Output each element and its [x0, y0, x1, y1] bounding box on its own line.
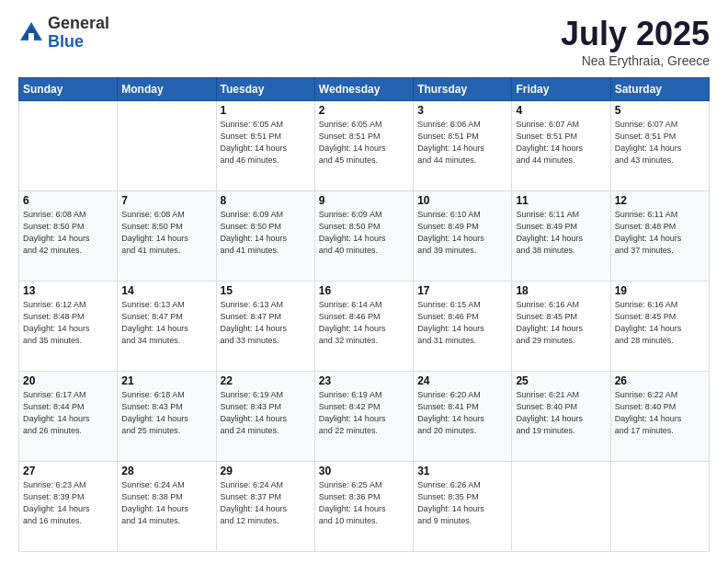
day-info: Sunrise: 6:09 AM Sunset: 8:50 PM Dayligh… [319, 209, 409, 257]
calendar-week-row: 27Sunrise: 6:23 AM Sunset: 8:39 PM Dayli… [19, 462, 710, 552]
logo-icon [18, 20, 44, 46]
svg-rect-2 [28, 33, 34, 40]
day-number: 20 [23, 374, 113, 387]
table-row: 15Sunrise: 6:13 AM Sunset: 8:47 PM Dayli… [216, 282, 314, 372]
table-row: 11Sunrise: 6:11 AM Sunset: 8:49 PM Dayli… [512, 191, 610, 282]
day-info: Sunrise: 6:16 AM Sunset: 8:45 PM Dayligh… [615, 299, 705, 347]
table-row: 9Sunrise: 6:09 AM Sunset: 8:50 PM Daylig… [314, 191, 413, 282]
day-number: 17 [417, 284, 507, 297]
table-row: 1Sunrise: 6:05 AM Sunset: 8:51 PM Daylig… [216, 101, 314, 191]
day-info: Sunrise: 6:14 AM Sunset: 8:46 PM Dayligh… [319, 299, 409, 347]
day-number: 1 [221, 104, 311, 117]
day-number: 12 [615, 194, 705, 207]
logo: General Blue [18, 15, 109, 52]
day-number: 30 [319, 465, 409, 477]
day-number: 16 [319, 284, 409, 297]
col-sunday: Sunday [19, 78, 118, 101]
table-row: 13Sunrise: 6:12 AM Sunset: 8:48 PM Dayli… [19, 282, 118, 372]
day-info: Sunrise: 6:09 AM Sunset: 8:50 PM Dayligh… [221, 209, 311, 257]
day-number: 5 [615, 104, 705, 117]
table-row: 27Sunrise: 6:23 AM Sunset: 8:39 PM Dayli… [19, 462, 118, 552]
day-info: Sunrise: 6:13 AM Sunset: 8:47 PM Dayligh… [221, 299, 311, 347]
day-info: Sunrise: 6:24 AM Sunset: 8:37 PM Dayligh… [221, 479, 311, 527]
day-number: 26 [615, 374, 705, 387]
day-number: 3 [417, 104, 507, 117]
calendar-week-row: 6Sunrise: 6:08 AM Sunset: 8:50 PM Daylig… [19, 191, 710, 282]
table-row: 29Sunrise: 6:24 AM Sunset: 8:37 PM Dayli… [216, 462, 314, 552]
day-number: 2 [319, 104, 409, 117]
table-row: 22Sunrise: 6:19 AM Sunset: 8:43 PM Dayli… [216, 372, 314, 462]
calendar-week-row: 13Sunrise: 6:12 AM Sunset: 8:48 PM Dayli… [19, 282, 710, 372]
day-info: Sunrise: 6:10 AM Sunset: 8:49 PM Dayligh… [417, 209, 507, 257]
day-info: Sunrise: 6:15 AM Sunset: 8:46 PM Dayligh… [417, 299, 507, 347]
table-row: 6Sunrise: 6:08 AM Sunset: 8:50 PM Daylig… [19, 191, 118, 282]
col-tuesday: Tuesday [216, 78, 314, 101]
day-number: 14 [121, 284, 211, 297]
col-monday: Monday [118, 78, 216, 101]
table-row: 14Sunrise: 6:13 AM Sunset: 8:47 PM Dayli… [118, 282, 216, 372]
day-info: Sunrise: 6:11 AM Sunset: 8:48 PM Dayligh… [615, 209, 705, 257]
day-info: Sunrise: 6:05 AM Sunset: 8:51 PM Dayligh… [319, 119, 409, 167]
table-row: 18Sunrise: 6:16 AM Sunset: 8:45 PM Dayli… [512, 282, 610, 372]
table-row: 7Sunrise: 6:08 AM Sunset: 8:50 PM Daylig… [118, 191, 216, 282]
logo-text: General Blue [48, 15, 109, 52]
table-row: 16Sunrise: 6:14 AM Sunset: 8:46 PM Dayli… [314, 282, 413, 372]
col-thursday: Thursday [414, 78, 512, 101]
day-number: 11 [516, 194, 606, 207]
day-number: 18 [516, 284, 606, 297]
logo-general: General [48, 14, 109, 32]
table-row: 10Sunrise: 6:10 AM Sunset: 8:49 PM Dayli… [414, 191, 512, 282]
day-number: 23 [319, 374, 409, 387]
table-row: 30Sunrise: 6:25 AM Sunset: 8:36 PM Dayli… [314, 462, 413, 552]
calendar-week-row: 20Sunrise: 6:17 AM Sunset: 8:44 PM Dayli… [19, 372, 710, 462]
day-number: 8 [221, 194, 311, 207]
page: General Blue July 2025 Nea Erythraia, Gr… [0, 0, 728, 563]
col-friday: Friday [512, 78, 610, 101]
month-title: July 2025 [561, 15, 710, 53]
table-row: 21Sunrise: 6:18 AM Sunset: 8:43 PM Dayli… [118, 372, 216, 462]
day-number: 21 [121, 374, 211, 387]
logo-blue: Blue [48, 32, 84, 51]
calendar-table: Sunday Monday Tuesday Wednesday Thursday… [18, 77, 710, 552]
day-info: Sunrise: 6:26 AM Sunset: 8:35 PM Dayligh… [417, 479, 507, 527]
day-number: 19 [615, 284, 705, 297]
day-info: Sunrise: 6:19 AM Sunset: 8:42 PM Dayligh… [319, 389, 409, 437]
day-info: Sunrise: 6:05 AM Sunset: 8:51 PM Dayligh… [221, 119, 311, 167]
day-number: 22 [221, 374, 311, 387]
table-row: 26Sunrise: 6:22 AM Sunset: 8:40 PM Dayli… [610, 372, 709, 462]
table-row [512, 462, 610, 552]
day-info: Sunrise: 6:16 AM Sunset: 8:45 PM Dayligh… [516, 299, 606, 347]
day-number: 7 [121, 194, 211, 207]
day-info: Sunrise: 6:07 AM Sunset: 8:51 PM Dayligh… [516, 119, 606, 167]
day-info: Sunrise: 6:23 AM Sunset: 8:39 PM Dayligh… [23, 479, 113, 527]
day-info: Sunrise: 6:25 AM Sunset: 8:36 PM Dayligh… [319, 479, 409, 527]
table-row: 2Sunrise: 6:05 AM Sunset: 8:51 PM Daylig… [314, 101, 413, 191]
day-number: 4 [516, 104, 606, 117]
day-number: 31 [417, 465, 507, 477]
table-row: 23Sunrise: 6:19 AM Sunset: 8:42 PM Dayli… [314, 372, 413, 462]
day-number: 10 [417, 194, 507, 207]
day-info: Sunrise: 6:07 AM Sunset: 8:51 PM Dayligh… [615, 119, 705, 167]
day-info: Sunrise: 6:13 AM Sunset: 8:47 PM Dayligh… [121, 299, 211, 347]
day-info: Sunrise: 6:06 AM Sunset: 8:51 PM Dayligh… [417, 119, 507, 167]
day-info: Sunrise: 6:18 AM Sunset: 8:43 PM Dayligh… [121, 389, 211, 437]
table-row [118, 101, 216, 191]
calendar-week-row: 1Sunrise: 6:05 AM Sunset: 8:51 PM Daylig… [19, 101, 710, 191]
day-number: 27 [23, 465, 113, 477]
day-number: 29 [221, 465, 311, 477]
title-block: July 2025 Nea Erythraia, Greece [561, 15, 710, 68]
table-row: 28Sunrise: 6:24 AM Sunset: 8:38 PM Dayli… [118, 462, 216, 552]
table-row: 4Sunrise: 6:07 AM Sunset: 8:51 PM Daylig… [512, 101, 610, 191]
day-number: 6 [23, 194, 113, 207]
day-number: 25 [516, 374, 606, 387]
day-number: 24 [417, 374, 507, 387]
day-number: 28 [121, 465, 211, 477]
table-row: 3Sunrise: 6:06 AM Sunset: 8:51 PM Daylig… [414, 101, 512, 191]
table-row: 24Sunrise: 6:20 AM Sunset: 8:41 PM Dayli… [414, 372, 512, 462]
table-row [610, 462, 709, 552]
table-row: 12Sunrise: 6:11 AM Sunset: 8:48 PM Dayli… [610, 191, 709, 282]
table-row: 5Sunrise: 6:07 AM Sunset: 8:51 PM Daylig… [610, 101, 709, 191]
day-info: Sunrise: 6:20 AM Sunset: 8:41 PM Dayligh… [417, 389, 507, 437]
table-row [19, 101, 118, 191]
day-number: 13 [23, 284, 113, 297]
